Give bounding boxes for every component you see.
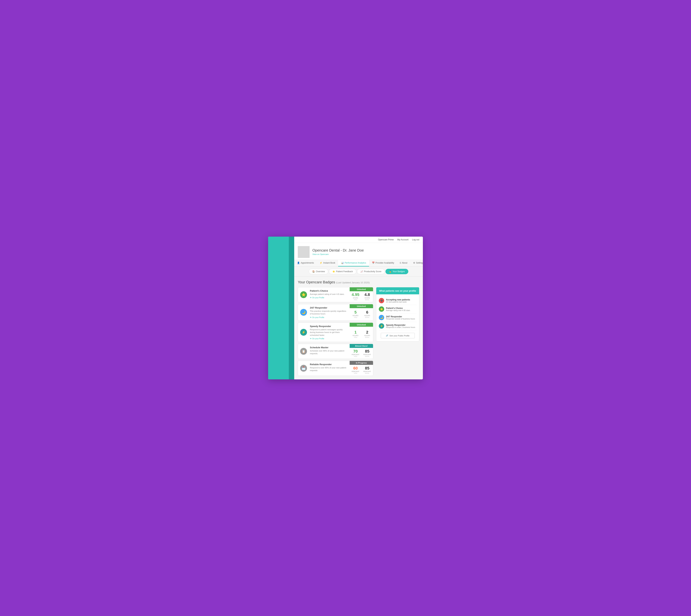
badge-you-4: 60 percent YOU: [350, 365, 361, 376]
instant-book-icon: ⚡: [320, 262, 322, 264]
tab-settings[interactable]: ⚙ Settings: [410, 260, 423, 266]
badge-info-2: Speedy Responder Respond to patient mess…: [309, 323, 350, 342]
badge-icon-col-3: 📋: [298, 344, 309, 359]
badge-you-value-4: 60: [350, 366, 361, 370]
badge-goal-value-1: 6: [362, 310, 372, 314]
subtab-patient-feedback[interactable]: ⭐ Patient Feedback: [329, 269, 356, 274]
badge-you-value-1: 5: [350, 310, 361, 314]
badge-you-sublabel-4: YOU: [350, 372, 361, 374]
tab-instant-book[interactable]: ⚡ Instant Book: [317, 260, 338, 266]
badge-goal-4: 85 percent GOAL: [361, 365, 373, 376]
profile-badge-desc-0: 21 new patients last week: [386, 301, 410, 303]
badge-name-2: Speedy Responder: [310, 325, 348, 328]
badge-card-patients-choice: ⭐ Patient's Choice Average patient ratin…: [298, 287, 373, 302]
see-public-profile-button[interactable]: 🔗 See your Public Profile: [381, 333, 415, 338]
badge-numbers-2: 1 hours YOU 2 hours GOAL: [350, 327, 373, 342]
page-title: Your Opencare Badges: [298, 280, 335, 284]
sidebar-decoration-dark: [289, 237, 294, 379]
badge-icon-col-4: 📩: [298, 361, 309, 376]
badge-desc-0: Average patient rating of over 4.8 stars…: [310, 293, 348, 295]
eye-icon-1: 👁: [310, 316, 312, 318]
badge-goal-unit-1: hours: [362, 315, 372, 316]
badge-goal-unit-0: Stars: [362, 297, 372, 299]
profile-badge-item-1: ⭐ Patient's Choice Average rating over 4…: [379, 305, 417, 313]
performance-analytics-icon: 📊: [341, 262, 344, 264]
badge-status-3: Almost there!: [350, 344, 373, 348]
schedule-master-icon: 📋: [300, 348, 307, 355]
profile-badge-name-1: Patient's Choice: [386, 307, 410, 309]
tab-appointments[interactable]: 👤 Appointments: [294, 260, 317, 266]
public-profile-card: What patients see on your profile ➕ Acce…: [376, 287, 419, 342]
badge-desc-2: Respond to patient messages quickly duri…: [310, 328, 348, 336]
eye-icon-0: 👁: [310, 297, 312, 299]
badge-goal-unit-2: hours: [362, 335, 372, 336]
profile-badge-text-3: Speedy Responder Responds in under 2 bus…: [386, 324, 415, 328]
badge-name-0: Patient's Choice: [310, 289, 348, 292]
profile-badge-name-3: Speedy Responder: [386, 324, 415, 326]
sub-tabs: 🏠 Overview ⭐ Patient Feedback 📈 Producti…: [294, 267, 423, 277]
profile-badge-text-0: Accepting new patients 21 new patients l…: [386, 299, 410, 303]
badge-you-unit-2: hours: [350, 335, 361, 336]
247-responder-profile-icon: 🌙: [379, 315, 384, 320]
badge-you-value-0: 4.95: [350, 293, 361, 297]
tab-performance-analytics[interactable]: 📊 Performance Analytics: [338, 260, 369, 266]
subtab-productivity-score[interactable]: 📈 Productivity Score: [357, 269, 385, 274]
patients-choice-icon: ⭐: [300, 291, 307, 298]
badge-info-1: 24/7 Responder This practice responds qu…: [309, 304, 350, 321]
badge-you-2: 1 hours YOU: [350, 329, 361, 339]
badge-goal-value-0: 4.8: [362, 293, 372, 297]
badge-on-profile-2: 👁 On your Profile: [310, 338, 348, 339]
subtab-overview[interactable]: 🏠 Overview: [309, 269, 328, 274]
badge-you-sublabel-0: YOU: [350, 299, 361, 301]
badge-card-247-responder: 🌙 24/7 Responder This practice responds …: [298, 304, 373, 321]
badge-you-sublabel-2: YOU: [350, 336, 361, 338]
subtab-your-badges[interactable]: 🏅 Your Badges: [385, 269, 408, 274]
badge-numbers-1: 5 hours YOU 6 hours GOAL: [350, 308, 373, 321]
badge-card-schedule-master: 📋 Schedule Master Schedule over 85% of y…: [298, 344, 373, 359]
badge-goal-unit-3: percent: [362, 354, 372, 355]
your-badges-icon: 🏅: [389, 270, 392, 273]
page-body: Your Opencare Badges (Last Updated Janua…: [294, 277, 423, 379]
badge-you-unit-0: Stars: [350, 297, 361, 299]
badge-icon-col-1: 🌙: [298, 304, 309, 321]
badge-goal-sublabel-0: GOAL: [362, 299, 372, 301]
badge-name-4: Reliable Responder: [310, 363, 348, 366]
badge-name-3: Schedule Master: [310, 346, 348, 349]
badge-you-0: 4.95 Stars YOU: [350, 291, 361, 302]
badge-you-unit-1: hours: [350, 315, 361, 316]
profile-badge-item-0: ➕ Accepting new patients 21 new patients…: [379, 296, 417, 305]
badge-you-unit-3: percent: [350, 354, 361, 355]
two-col-layout: ⭐ Patient's Choice Average patient ratin…: [298, 287, 419, 376]
badge-status-4: In Progress: [350, 361, 373, 365]
log-out-link[interactable]: Log out: [412, 238, 419, 241]
badge-goal-sublabel-2: GOAL: [362, 336, 372, 338]
top-nav: Opencare Prime My Account Log out: [294, 237, 423, 243]
public-profile-header: What patients see on your profile: [376, 287, 419, 294]
badge-info-0: Patient's Choice Average patient rating …: [309, 287, 350, 302]
badge-you-value-3: 70: [350, 349, 361, 353]
badge-goal-value-3: 85: [362, 349, 372, 353]
badge-card-reliable-responder: 📩 Reliable Responder Respond to over 85%…: [298, 361, 373, 376]
badge-desc-4: Respond to over 85% of your new patient …: [310, 367, 348, 372]
badge-status-2: Unlocked: [350, 323, 373, 327]
opencare-prime-link[interactable]: Opencare Prime: [378, 238, 394, 241]
badge-goal-3: 85 percent GOAL: [361, 348, 373, 359]
profile-link-icon: 🔗: [386, 334, 388, 337]
patients-choice-profile-icon: ⭐: [379, 306, 384, 312]
tab-provider-availability[interactable]: 📅 Provider Availability: [369, 260, 397, 266]
accepting-patients-icon: ➕: [379, 298, 384, 303]
profile-badge-desc-1: Average rating over 4.95 stars: [386, 309, 410, 311]
tab-about[interactable]: ℹ About: [397, 260, 410, 266]
settings-icon: ⚙: [413, 262, 415, 264]
badge-goal-sublabel-1: GOAL: [362, 316, 372, 318]
my-account-link[interactable]: My Account: [397, 238, 409, 241]
badge-stats-1: Unlocked 5 hours YOU 6 hou: [350, 304, 373, 321]
public-profile-body: ➕ Accepting new patients 21 new patients…: [376, 294, 419, 341]
profile-badge-desc-3: Responds in under 2 business hours: [386, 326, 415, 328]
badge-numbers-0: 4.95 Stars YOU 4.8 Stars GOAL: [350, 291, 373, 302]
view-on-opencare-link[interactable]: View on Opencare: [312, 253, 329, 255]
badge-on-profile-1: 👁 On your Profile: [310, 316, 348, 318]
badge-you-3: 70 percent YOU: [350, 348, 361, 359]
practice-name: Opencare Dental - Dr. Jane Doe: [312, 248, 364, 252]
badge-goal-sublabel-4: GOAL: [362, 372, 372, 374]
